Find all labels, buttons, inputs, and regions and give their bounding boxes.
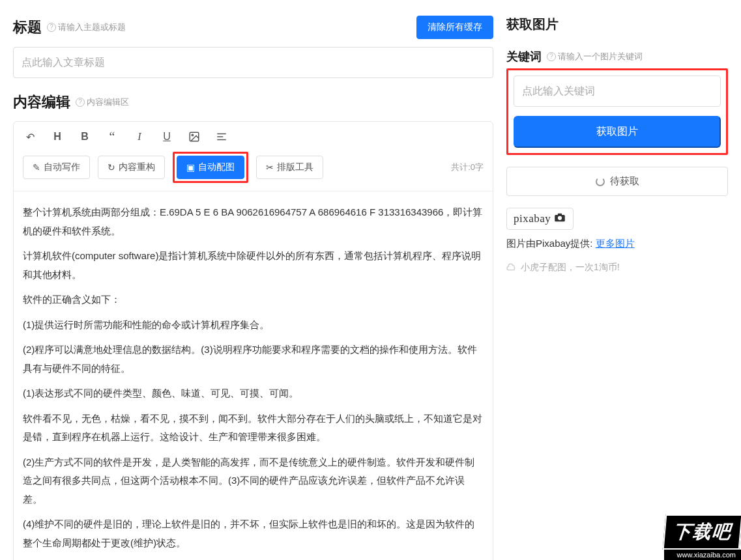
bold-icon[interactable]: B: [78, 130, 92, 144]
highlight-auto-image: ▣ 自动配图: [173, 152, 248, 183]
refresh-icon: ↻: [108, 162, 115, 173]
align-icon[interactable]: [214, 130, 229, 144]
title-label-row: 标题 ? 请输入主题或标题: [13, 18, 126, 37]
undo-icon[interactable]: ↶: [23, 130, 37, 144]
paragraph: (1)提供运行时所需功能和性能的命令或计算机程序集合。: [23, 316, 484, 335]
image-icon[interactable]: [187, 130, 201, 144]
paragraph: 软件的正确含义如下：: [23, 290, 484, 309]
svg-rect-7: [558, 214, 562, 216]
tool-icon: ✂: [266, 162, 274, 173]
title-input[interactable]: [13, 47, 493, 78]
svg-point-1: [192, 134, 193, 135]
keyword-input[interactable]: [514, 76, 721, 107]
paragraph: (1)表达形式不同的硬件类型、颜色、味道、可见、可摸、可闻。: [23, 384, 484, 403]
paragraph: (2)生产方式不同的软件是开发，是人类智能的高发挥，而不是传统意义上的硬件制造。…: [23, 453, 484, 509]
info-icon: ?: [47, 23, 56, 32]
title-header: 标题 ? 请输入主题或标题 清除所有缓存: [13, 16, 493, 39]
tip-line: 小虎子配图，一次1淘币!: [506, 262, 728, 273]
cloud-icon: [506, 262, 517, 273]
editor-card: ↶ H B “ I U ✎ 自动写作: [13, 121, 493, 560]
title-label: 标题: [13, 18, 42, 37]
char-count: 共计:0字: [451, 161, 484, 173]
status-button[interactable]: 待获取: [506, 167, 728, 196]
paragraph: (4)维护不同的硬件是旧的，理论上软件是旧的，并不坏，但实际上软件也是旧的和坏的…: [23, 515, 484, 552]
format-toolbar: ↶ H B “ I U: [23, 130, 484, 144]
info-icon: ?: [76, 98, 85, 107]
editor-toolbar: ↶ H B “ I U ✎ 自动写作: [14, 122, 493, 191]
paragraph: (2)程序可以满意地处理信息的数据结构。(3)说明程序功能要求和程序需要的文档的…: [23, 341, 484, 378]
more-images-link[interactable]: 更多图片: [596, 238, 635, 249]
paragraph: 计算机软件(computer software)是指计算机系统中除硬件以外的所有…: [23, 247, 484, 284]
paragraph: 软件看不见，无色，枯燥，看不见，摸不到，闻不到。软件大部分存在于人们的头脑或纸上…: [23, 410, 484, 447]
auto-write-button[interactable]: ✎ 自动写作: [23, 156, 90, 179]
title-hint: ? 请输入主题或标题: [47, 21, 126, 33]
keyword-label-row: 关键词 ? 请输入一个图片关键词: [506, 49, 728, 64]
credit-line: 图片由Pixabay提供: 更多图片: [506, 238, 728, 250]
keyword-label: 关键词: [506, 49, 542, 64]
content-label: 内容编辑: [13, 92, 70, 112]
layout-tool-button[interactable]: ✂ 排版工具: [256, 156, 323, 179]
clear-cache-button[interactable]: 清除所有缓存: [416, 16, 493, 39]
pencil-icon: ✎: [33, 162, 40, 173]
content-hint: ? 内容编辑区: [76, 96, 129, 108]
underline-icon[interactable]: U: [160, 130, 174, 144]
picture-icon: ▣: [186, 162, 195, 173]
editor-body[interactable]: 整个计算机系统由两部分组成：E.69DA 5 E 6 BA 9062616964…: [14, 191, 493, 560]
content-label-row: 内容编辑 ? 内容编辑区: [13, 92, 129, 112]
sidebar: 获取图片 关键词 ? 请输入一个图片关键词 获取图片 待获取 pixabay: [506, 0, 741, 560]
content-header: 内容编辑 ? 内容编辑区: [13, 92, 493, 112]
auto-image-button[interactable]: ▣ 自动配图: [177, 156, 244, 179]
action-toolbar: ✎ 自动写作 ↻ 内容重构 ▣ 自动配图 ✂: [23, 152, 484, 188]
highlight-keyword-box: 获取图片: [506, 68, 728, 155]
loading-icon: [596, 177, 605, 186]
italic-icon[interactable]: I: [132, 130, 147, 144]
pixabay-badge: pixabay: [506, 208, 574, 230]
info-icon: ?: [547, 52, 556, 61]
svg-point-6: [558, 216, 562, 220]
restructure-button[interactable]: ↻ 内容重构: [98, 156, 165, 179]
keyword-hint: ? 请输入一个图片关键词: [547, 51, 643, 63]
quote-icon[interactable]: “: [105, 130, 119, 144]
sidebar-title: 获取图片: [506, 16, 728, 33]
camera-icon: [553, 213, 566, 225]
paragraph: 整个计算机系统由两部分组成：E.69DA 5 E 6 BA 9062616964…: [23, 203, 484, 240]
main-column: 标题 ? 请输入主题或标题 清除所有缓存 内容编辑 ? 内容编辑区: [0, 0, 506, 560]
heading-icon[interactable]: H: [50, 130, 65, 144]
fetch-image-button[interactable]: 获取图片: [514, 116, 721, 148]
